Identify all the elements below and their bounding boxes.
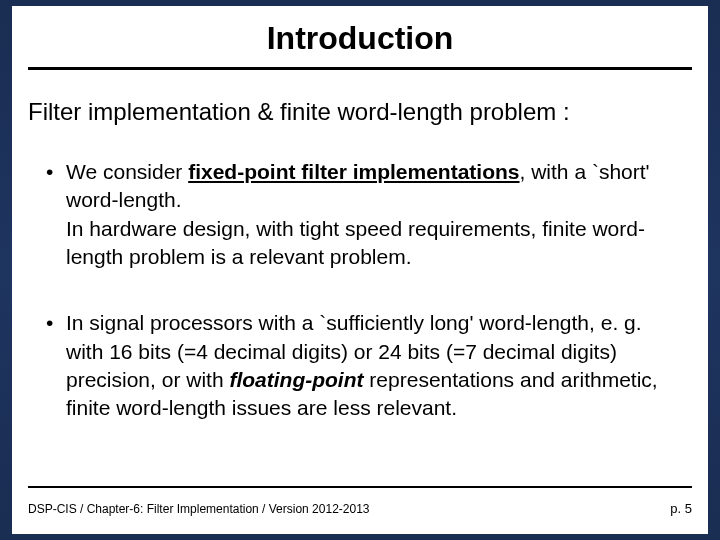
footer-left: DSP-CIS / Chapter-6: Filter Implementati… [28,502,370,516]
slide-canvas: Introduction Filter implementation & fin… [12,6,708,534]
bullet-emph: floating-point [229,368,363,391]
slide-subtitle: Filter implementation & finite word-leng… [12,70,708,138]
slide-title: Introduction [12,6,708,67]
bullet-list: We consider fixed-point filter implement… [12,138,708,423]
page-number: p. 5 [670,501,692,516]
footer: DSP-CIS / Chapter-6: Filter Implementati… [28,501,692,516]
bullet-text: We consider [66,160,188,183]
bullet-emph: fixed-point filter implementations [188,160,519,183]
bullet-text: In hardware design, with tight speed req… [66,215,678,272]
bullet-item: In signal processors with a `sufficientl… [42,309,678,422]
divider-bottom [28,486,692,488]
bullet-item: We consider fixed-point filter implement… [42,158,678,271]
